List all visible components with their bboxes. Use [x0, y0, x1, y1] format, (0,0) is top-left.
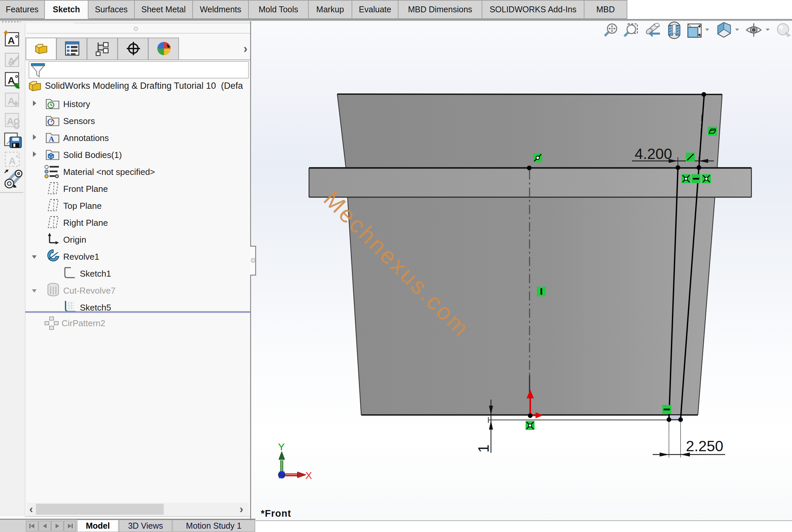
svg-text:A: A: [7, 116, 14, 127]
svg-text:A: A: [8, 155, 16, 166]
svg-text:2.250: 2.250: [686, 438, 723, 455]
svg-text:X: X: [305, 470, 312, 481]
svg-text:A: A: [8, 75, 15, 86]
svg-text:Y: Y: [278, 441, 285, 452]
svg-text:A: A: [8, 95, 15, 107]
svg-text:A: A: [8, 35, 15, 46]
svg-text:4.200: 4.200: [635, 145, 672, 162]
svg-text:A: A: [49, 135, 55, 143]
svg-text:1: 1: [475, 444, 492, 453]
